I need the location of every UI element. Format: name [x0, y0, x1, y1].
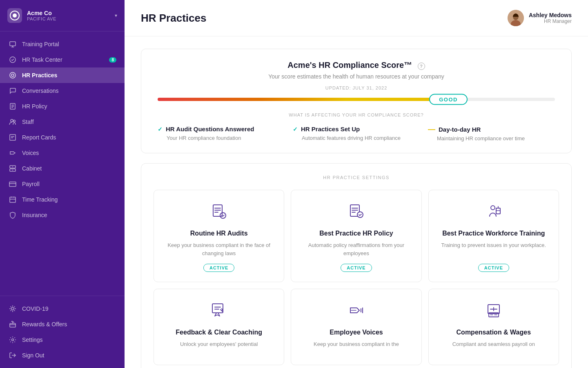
svg-rect-24 [212, 304, 223, 313]
main-content-area: HR Practices Ashley Medows HR Manager Ac… [125, 0, 588, 368]
covid19-icon [8, 305, 17, 312]
sidebar-item-label: Training Portal [22, 41, 59, 47]
setting-desc: Unlock your employees' potential [180, 340, 258, 348]
page-title: HR Practices [141, 12, 206, 25]
help-icon[interactable]: ? [418, 63, 425, 70]
active-badge: ACTIVE [203, 264, 234, 272]
sidebar-item-hr-policy[interactable]: HR Policy [0, 99, 125, 114]
sidebar: Acme Co PACIFIC AVE ▾ Training Portal HR… [0, 0, 125, 368]
sidebar-item-label: Time Tracking [22, 196, 58, 203]
sidebar-item-label: Insurance [22, 212, 47, 218]
company-subtitle: PACIFIC AVE [27, 16, 110, 21]
sidebar-item-label: Staff [22, 119, 34, 125]
svg-point-21 [357, 212, 363, 218]
setting-name: Compensation & Wages [457, 329, 531, 336]
sidebar-nav: Training Portal HR Task Center 8 HR Prac… [0, 31, 125, 296]
company-name: Acme Co [27, 10, 110, 16]
sidebar-item-label: Conversations [22, 88, 59, 94]
setting-name: Best Practice HR Policy [319, 230, 393, 237]
active-badge: ACTIVE [478, 264, 509, 272]
sidebar-item-label: Payroll [22, 181, 40, 187]
time-tracking-icon [8, 196, 17, 203]
sidebar-item-payroll[interactable]: Payroll [0, 176, 125, 192]
sidebar-item-label: Settings [22, 337, 43, 343]
active-badge: ACTIVE [341, 264, 372, 272]
factor-practices-setup: ✓ HR Practices Set Up Automatic features… [293, 126, 420, 141]
setting-card-employee-voices[interactable]: Employee Voices Keep your business compl… [291, 289, 421, 365]
staff-icon [8, 118, 17, 126]
user-name: Ashley Medows [529, 12, 572, 18]
setting-card-best-practice-hr-policy[interactable]: Best Practice HR Policy Automatic policy… [291, 190, 421, 282]
chevron-down-icon: ▾ [115, 13, 117, 18]
sidebar-item-training-portal[interactable]: Training Portal [0, 36, 125, 52]
score-badge: GOOD [429, 94, 468, 105]
sidebar-item-covid19[interactable]: COVID-19 [0, 301, 125, 316]
score-card: Acme's HR Compliance Score™ ? Your score… [141, 49, 572, 153]
setting-desc: Keep your business compliant in the face… [162, 241, 276, 257]
sidebar-item-label: COVID-19 [22, 305, 49, 312]
sidebar-item-cabinet[interactable]: Cabinet [0, 161, 125, 176]
task-center-badge: 8 [109, 57, 116, 63]
score-subtitle: Your score estimates the health of human… [158, 73, 555, 80]
score-bar-track: GOOD [158, 98, 555, 101]
score-title: Acme's HR Compliance Score™ ? [158, 61, 555, 70]
settings-section: HR PRACTICE SETTINGS Routine HR Audits K… [141, 163, 572, 368]
sign-out-icon [8, 352, 17, 359]
settings-icon [8, 336, 17, 343]
hr-task-center-icon [8, 56, 17, 63]
sidebar-item-hr-task-center[interactable]: HR Task Center 8 [0, 52, 125, 67]
svg-point-6 [13, 120, 16, 122]
sidebar-header[interactable]: Acme Co PACIFIC AVE ▾ [0, 0, 125, 31]
svg-rect-18 [213, 205, 222, 216]
voices-icon [8, 149, 17, 157]
factors-label: WHAT IS AFFECTING YOUR HR COMPLIANCE SCO… [158, 112, 555, 117]
sidebar-item-label: Report Cards [22, 134, 56, 141]
sidebar-item-insurance[interactable]: Insurance [0, 207, 125, 223]
sidebar-item-conversations[interactable]: Conversations [0, 83, 125, 99]
setting-name: Routine HR Audits [190, 230, 248, 237]
setting-card-best-practice-workforce[interactable]: Best Practice Workforce Training Trainin… [428, 190, 559, 282]
svg-rect-10 [9, 182, 16, 186]
settings-label: HR PRACTICE SETTINGS [154, 175, 559, 180]
best-practice-hr-policy-icon [347, 202, 365, 224]
svg-rect-11 [10, 197, 16, 202]
setting-desc: Training to prevent issues in your workp… [441, 241, 546, 257]
score-factors: ✓ HR Audit Questions Answered Your HR co… [158, 126, 555, 141]
employee-voices-icon [347, 301, 365, 323]
setting-name: Best Practice Workforce Training [442, 230, 545, 237]
conversations-icon [8, 87, 17, 94]
sidebar-item-settings[interactable]: Settings [0, 332, 125, 348]
routine-hr-audits-icon [210, 202, 228, 224]
sidebar-item-voices[interactable]: Voices [0, 145, 125, 161]
svg-point-3 [11, 74, 14, 76]
sidebar-item-label: Voices [22, 150, 39, 156]
setting-name: Feedback & Clear Coaching [176, 329, 262, 336]
svg-point-5 [11, 119, 13, 122]
settings-grid: Routine HR Audits Keep your business com… [154, 190, 559, 365]
setting-desc: Keep your business compliant in the [314, 340, 399, 348]
report-cards-icon [8, 134, 17, 141]
compensation-wages-icon [485, 301, 503, 323]
company-info: Acme Co PACIFIC AVE [27, 10, 110, 21]
user-details: Ashley Medows HR Manager [529, 12, 572, 24]
payroll-icon [8, 180, 17, 188]
insurance-icon [8, 211, 17, 219]
sidebar-item-label: HR Task Center [22, 56, 62, 63]
sidebar-item-report-cards[interactable]: Report Cards [0, 130, 125, 145]
setting-card-compensation-wages[interactable]: Compensation & Wages Compliant and seaml… [428, 289, 559, 365]
sidebar-item-sign-out[interactable]: Sign Out [0, 348, 125, 363]
company-logo [7, 8, 22, 23]
sidebar-item-rewards[interactable]: Rewards & Offers [0, 316, 125, 332]
sidebar-item-time-tracking[interactable]: Time Tracking [0, 192, 125, 207]
sidebar-item-label: HR Practices [22, 72, 57, 79]
setting-card-feedback-coaching[interactable]: Feedback & Clear Coaching Unlock your em… [154, 289, 284, 365]
svg-rect-0 [10, 42, 16, 46]
svg-rect-13 [10, 323, 16, 327]
check-icon: ✓ [158, 126, 163, 132]
user-info: Ashley Medows HR Manager [508, 10, 572, 26]
sidebar-item-staff[interactable]: Staff [0, 114, 125, 130]
hr-policy-icon [8, 103, 17, 110]
sidebar-item-hr-practices[interactable]: HR Practices [0, 67, 125, 83]
setting-card-routine-hr-audits[interactable]: Routine HR Audits Keep your business com… [154, 190, 284, 282]
feedback-coaching-icon [210, 301, 228, 323]
